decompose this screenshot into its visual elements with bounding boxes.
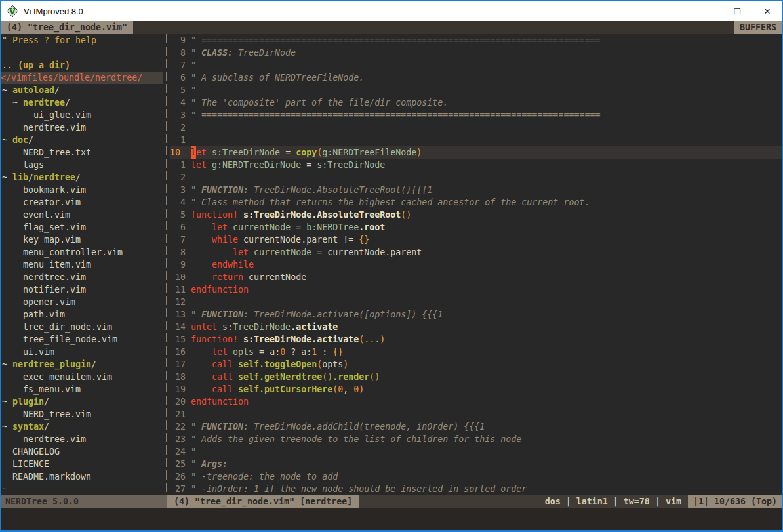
nerdtree-item[interactable]: fs_menu.vim [1, 383, 163, 396]
code-line[interactable]: 2 [170, 171, 782, 184]
code-token [249, 246, 254, 258]
nerdtree-item[interactable]: LICENCE [1, 458, 163, 470]
nerdtree-item[interactable]: exec_menuitem.vim [1, 371, 163, 383]
code-token: ui.vim [2, 347, 54, 357]
code-line[interactable]: 9 endwhile [170, 258, 782, 271]
code-line[interactable]: 4" Class method that returns the highest… [170, 196, 782, 209]
command-line[interactable] [1, 508, 782, 530]
line-number: 10 [170, 271, 186, 283]
code-token: {} [359, 234, 369, 246]
code-token [191, 271, 212, 283]
code-line[interactable]: 15function! s:TreeDirNode.activate(...) [170, 333, 782, 346]
line-number: 12 [170, 296, 186, 308]
nerdtree-item[interactable]: ~ [1, 483, 163, 495]
nerdtree-item[interactable]: NERD_tree.vim [1, 408, 163, 420]
code-token: ~ [2, 98, 23, 108]
nerdtree-item[interactable]: NERD_tree.txt [1, 146, 163, 159]
code-line[interactable]: 5" [170, 84, 782, 96]
code-line[interactable]: 3" FUNCTION: TreeDirNode.AbsoluteTreeRoo… [170, 184, 782, 196]
code-line-current[interactable]: 10let s:TreeDirNode = copy(g:NERDTreeFil… [170, 146, 782, 159]
nerdtree-item[interactable]: README.markdown [1, 470, 163, 483]
code-line[interactable]: 11endfunction [170, 283, 782, 296]
nerdtree-item[interactable]: tags [1, 159, 163, 171]
line-number: 15 [170, 333, 186, 346]
code-line[interactable]: 19 call self.putCursorHere(0, 0) [170, 383, 782, 396]
code-line[interactable]: 8 let currentNode = currentNode.parent [170, 246, 782, 258]
nerdtree-item[interactable]: nerdtree.vim [1, 121, 163, 134]
code-token: call [212, 371, 233, 383]
minimize-icon[interactable]: — [692, 1, 722, 21]
code-line[interactable]: 7 while currentNode.parent != {} [170, 234, 782, 246]
code-token: tree_file_node.vim [2, 335, 117, 344]
code-line[interactable]: 5function! s:TreeDirNode.AbsoluteTreeRoo… [170, 209, 782, 221]
code-line[interactable]: 2 [170, 121, 782, 134]
line-number: 3 [170, 109, 186, 121]
code-line[interactable]: 26" -treenode: the node to add [170, 470, 782, 483]
code-line[interactable]: 23" Adds the given treenode to the list … [170, 433, 782, 445]
code-line[interactable]: 9" =====================================… [170, 34, 782, 47]
code-token: ~ [2, 173, 12, 182]
nerdtree-item[interactable]: key_map.vim [1, 234, 163, 246]
nerdtree-item[interactable]: tree_dir_node.vim [1, 321, 163, 333]
nerdtree-item[interactable]: path.vim [1, 308, 163, 321]
nerdtree-item[interactable]: ~ nerdtree/ [1, 96, 163, 109]
maximize-icon[interactable]: ☐ [722, 1, 752, 21]
line-number: 16 [170, 346, 186, 358]
close-icon[interactable]: ✕ [752, 1, 782, 21]
nerdtree-item[interactable]: creator.vim [1, 196, 163, 209]
code-token: Args: [201, 458, 228, 470]
nerdtree-item[interactable]: menu_item.vim [1, 258, 163, 271]
nerdtree-item[interactable]: ui_glue.vim [1, 109, 163, 121]
code-line[interactable]: 1let g:NERDTreeDirNode = s:TreeDirNode [170, 159, 782, 171]
code-line[interactable]: 10 return currentNode [170, 271, 782, 283]
nerdtree-item[interactable]: ~ nerdtree_plugin/ [1, 358, 163, 371]
code-line[interactable]: 24" [170, 445, 782, 458]
nerdtree-item[interactable]: ~ doc/ [1, 134, 163, 146]
code-line[interactable]: 13" FUNCTION: TreeDirNode.activate([opti… [170, 308, 782, 321]
code-token: ~ [2, 397, 12, 407]
nerdtree-item[interactable]: notifier.vim [1, 283, 163, 296]
nerdtree-item[interactable]: ui.vim [1, 346, 163, 358]
code-line[interactable]: 14unlet s:TreeDirNode.activate [170, 321, 782, 333]
code-line[interactable]: 12 [170, 296, 782, 308]
code-line[interactable]: 1 [170, 134, 782, 146]
code-line[interactable]: 20endfunction [170, 396, 782, 408]
code-line[interactable]: 16 let opts = a:0 ? a:1 : {} [170, 346, 782, 358]
nerdtree-item[interactable]: ~ syntax/ [1, 420, 163, 433]
nerdtree-item[interactable]: .. (up a dir) [1, 59, 163, 72]
code-line[interactable]: 27" -inOrder: 1 if the new node should b… [170, 483, 782, 495]
code-line[interactable]: 7" [170, 59, 782, 72]
code-line[interactable]: 6 let currentNode = b:NERDTree.root [170, 221, 782, 234]
nerdtree-item[interactable]: CHANGELOG [1, 445, 163, 458]
nerdtree-item[interactable]: tree_file_node.vim [1, 333, 163, 346]
code-line[interactable]: 3" =====================================… [170, 109, 782, 121]
code-token [191, 371, 212, 383]
code-token: function! [191, 333, 238, 346]
code-line[interactable]: 21 [170, 408, 782, 420]
code-line[interactable]: 18 call self.getNerdtree().render() [170, 371, 782, 383]
tab-tree-dir-node[interactable]: (4) "tree_dir_node.vim" [1, 21, 133, 34]
nerdtree-item[interactable]: ~ plugin/ [1, 396, 163, 408]
nerdtree-item[interactable]: ~ autoload/ [1, 84, 163, 96]
code-line[interactable]: 4" The 'composite' part of the file/dir … [170, 96, 782, 109]
code-token: bookmark.vim [2, 185, 86, 195]
code-line[interactable]: 6" A subclass of NERDTreeFileNode. [170, 72, 782, 84]
code-token: CLASS: [201, 47, 233, 59]
nerdtree-item[interactable]: event.vim [1, 209, 163, 221]
nerdtree-item[interactable]: " Press ? for help [1, 34, 163, 47]
nerdtree-root-item[interactable]: </vimfiles/bundle/nerdtree/ [1, 72, 163, 84]
code-line[interactable]: 22" FUNCTION: TreeDirNode.addChild(treen… [170, 420, 782, 433]
nerdtree-item[interactable]: bookmark.vim [1, 184, 163, 196]
code-token: : [317, 346, 332, 358]
nerdtree-item[interactable]: opener.vim [1, 296, 163, 308]
code-line[interactable]: 8" CLASS: TreeDirNode [170, 47, 782, 59]
window-split-handle[interactable] [163, 34, 170, 495]
nerdtree-item[interactable]: flag_set.vim [1, 221, 163, 234]
code-line[interactable]: 17 call self.toggleOpen(opts) [170, 358, 782, 371]
nerdtree-item[interactable]: nerdtree.vim [1, 271, 163, 283]
code-token: syntax [12, 422, 44, 432]
nerdtree-item[interactable]: menu_controller.vim [1, 246, 163, 258]
nerdtree-item[interactable]: nerdtree.vim [1, 433, 163, 445]
code-line[interactable]: 25" Args: [170, 458, 782, 470]
nerdtree-item[interactable]: ~ lib/nerdtree/ [1, 171, 163, 184]
